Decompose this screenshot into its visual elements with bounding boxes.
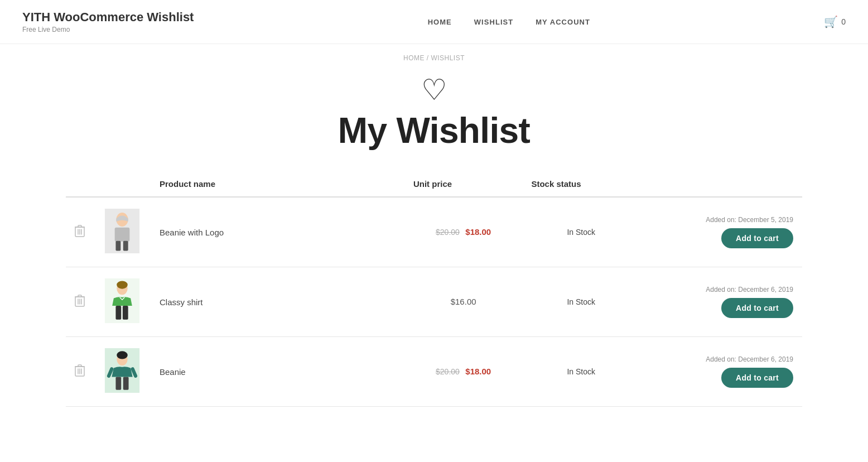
th-image xyxy=(94,171,151,197)
cart-icon: 🛒 xyxy=(824,15,838,28)
svg-rect-30 xyxy=(115,377,121,390)
hero-heart-icon: ♡ xyxy=(421,75,447,104)
cart-count: 0 xyxy=(841,17,846,26)
add-to-cart-button[interactable]: Add to cart xyxy=(721,298,793,318)
wishlist-table: Product name Unit price Stock status xyxy=(66,171,802,407)
action-cell: Added on: December 6, 2019 Add to cart xyxy=(640,337,802,407)
product-image-cell xyxy=(94,197,151,267)
th-product-name: Product name xyxy=(151,171,404,197)
price-cell: $20.00 $18.00 xyxy=(404,197,523,267)
product-image-cell xyxy=(94,337,151,407)
action-cell: Added on: December 5, 2019 Add to cart xyxy=(640,197,802,267)
svg-rect-31 xyxy=(123,377,129,390)
nav-home[interactable]: HOME xyxy=(428,18,452,26)
product-name-cell: Beanie xyxy=(151,337,404,407)
delete-button[interactable] xyxy=(75,225,85,240)
price-new: $18.00 xyxy=(465,227,491,237)
action-cell: Added on: December 6, 2019 Add to cart xyxy=(640,267,802,337)
price-cell: $16.00 xyxy=(404,267,523,337)
price-regular: $16.00 xyxy=(451,297,476,306)
svg-rect-7 xyxy=(115,228,130,242)
svg-rect-19 xyxy=(123,306,128,320)
table-row: Classy shirt $16.00 In Stock Added on: D… xyxy=(66,267,802,337)
added-on-label: Added on: December 6, 2019 xyxy=(706,286,793,293)
add-to-cart-button[interactable]: Add to cart xyxy=(721,228,793,248)
site-header: YITH WooCommerce Wishlist Free Live Demo… xyxy=(0,0,868,44)
page-hero: ♡ My Wishlist xyxy=(0,62,868,171)
action-wrapper: Added on: December 6, 2019 Add to cart xyxy=(649,286,793,318)
action-wrapper: Added on: December 6, 2019 Add to cart xyxy=(649,355,793,388)
delete-button[interactable] xyxy=(75,295,85,310)
svg-rect-18 xyxy=(115,306,121,320)
product-name-link[interactable]: Beanie xyxy=(160,367,186,377)
table-row: Beanie $20.00 $18.00 In Stock Added on: … xyxy=(66,337,802,407)
action-wrapper: Added on: December 5, 2019 Add to cart xyxy=(649,216,793,248)
cart-icon-area[interactable]: 🛒 0 xyxy=(824,15,846,28)
page-title: My Wishlist xyxy=(338,110,530,151)
delete-cell xyxy=(66,267,94,337)
th-unit-price: Unit price xyxy=(404,171,523,197)
svg-rect-9 xyxy=(123,241,128,251)
delete-cell xyxy=(66,337,94,407)
nav-my-account[interactable]: MY ACCOUNT xyxy=(536,18,590,26)
site-tagline: Free Live Demo xyxy=(22,26,194,33)
product-name-link[interactable]: Beanie with Logo xyxy=(160,228,224,237)
table-row: Beanie with Logo $20.00 $18.00 In Stock … xyxy=(66,197,802,267)
svg-rect-8 xyxy=(115,241,120,251)
breadcrumb: HOME / WISHLIST xyxy=(0,44,868,62)
logo-area: YITH WooCommerce Wishlist Free Live Demo xyxy=(22,10,194,33)
product-image-cell xyxy=(94,267,151,337)
delete-cell xyxy=(66,197,94,267)
stock-cell: In Stock xyxy=(522,197,640,267)
price-old: $20.00 xyxy=(436,367,460,376)
added-on-label: Added on: December 5, 2019 xyxy=(706,216,793,224)
wishlist-container: Product name Unit price Stock status xyxy=(44,171,824,440)
product-name-cell: Classy shirt xyxy=(151,267,404,337)
price-cell: $20.00 $18.00 xyxy=(404,337,523,407)
stock-cell: In Stock xyxy=(522,337,640,407)
price-old: $20.00 xyxy=(436,228,460,237)
delete-button[interactable] xyxy=(75,364,85,379)
th-delete xyxy=(66,171,94,197)
th-action xyxy=(640,171,802,197)
price-new: $18.00 xyxy=(465,367,491,376)
main-nav: HOME WISHLIST MY ACCOUNT xyxy=(428,18,590,26)
nav-wishlist[interactable]: WISHLIST xyxy=(474,18,513,26)
stock-cell: In Stock xyxy=(522,267,640,337)
add-to-cart-button[interactable]: Add to cart xyxy=(721,368,793,388)
svg-point-27 xyxy=(117,351,128,359)
product-name-cell: Beanie with Logo xyxy=(151,197,404,267)
product-name-link[interactable]: Classy shirt xyxy=(160,297,203,307)
th-stock-status: Stock status xyxy=(522,171,640,197)
added-on-label: Added on: December 6, 2019 xyxy=(706,355,793,363)
svg-point-17 xyxy=(117,281,128,288)
site-logo: YITH WooCommerce Wishlist xyxy=(22,10,194,25)
table-header-row: Product name Unit price Stock status xyxy=(66,171,802,197)
